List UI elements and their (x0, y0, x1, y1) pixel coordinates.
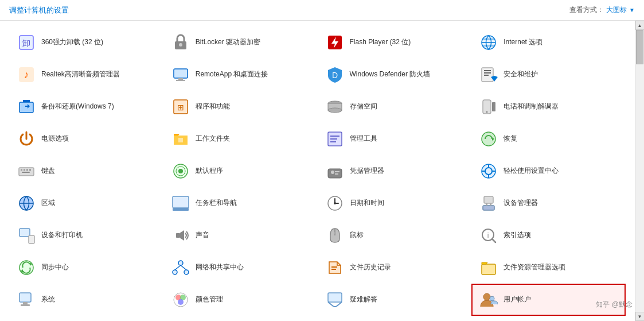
grid-item-item-keyboard[interactable]: 键盘 (9, 155, 163, 187)
view-mode-value[interactable]: 大图标 (606, 5, 627, 15)
grid-item-item-defender[interactable]: DWindows Defender 防火墙 (318, 59, 472, 91)
programs-icon: ⊞ (170, 96, 191, 117)
grid-item-item-storage[interactable]: 存储空间 (318, 91, 472, 123)
grid-item-item-credential[interactable]: 凭据管理器 (318, 155, 472, 187)
svg-rect-60 (484, 196, 493, 203)
color-icon (170, 289, 191, 310)
item-label-item-flash: Flash Player (32 位) (350, 38, 411, 47)
sound-icon (170, 225, 191, 246)
grid-item-item-backup[interactable]: 备份和还原(Windows 7) (9, 91, 163, 123)
security-icon (478, 64, 499, 85)
scroll-down-arrow[interactable]: ▼ (635, 312, 645, 321)
grid-item-item-taskbar[interactable]: 任务栏和导航 (163, 187, 318, 219)
item-label-item-system: 系统 (41, 295, 55, 304)
scrollbar-track[interactable] (635, 30, 644, 312)
item-label-item-backup: 备份和还原(Windows 7) (41, 102, 114, 111)
scrollbar-thumb[interactable] (636, 30, 643, 64)
restore-icon (478, 129, 499, 149)
item-label-item-sound: 声音 (196, 231, 209, 240)
item-label-item-defender: Windows Defender 防火墙 (350, 70, 431, 79)
grid-item-item-fileexplorer[interactable]: 文件资源管理器选项 (471, 252, 626, 284)
grid-item-item-sync[interactable]: 同步中心 (9, 252, 163, 284)
grid-item-item-troubleshoot[interactable]: 疑难解答 (318, 284, 472, 316)
grid-item-item-remoteapp[interactable]: RemoteApp 和桌面连接 (163, 59, 318, 91)
defender-icon: D (325, 64, 345, 85)
item-label-item-troubleshoot: 疑难解答 (350, 295, 377, 304)
grid-item-item-font[interactable]: Aa字体 (318, 316, 472, 321)
svg-point-41 (178, 169, 183, 173)
power-icon (16, 129, 37, 149)
grid-item-item-phone[interactable]: 电话和调制解调器 (471, 91, 626, 123)
internet-icon (478, 32, 499, 53)
grid-item-item-ease[interactable]: 轻松使用设置中心 (471, 155, 626, 187)
item-label-item-phone: 电话和调制解调器 (504, 102, 559, 111)
system-icon (16, 289, 37, 310)
storage-icon (325, 96, 345, 117)
control-panel-grid: 卸360强力卸载 (32 位)BitLocker 驱动器加密Flash Play… (0, 21, 635, 321)
svg-rect-38 (29, 169, 31, 171)
svg-line-92 (328, 302, 334, 307)
grid-item-item-security[interactable]: 安全和维护 (471, 59, 626, 91)
svg-rect-81 (331, 266, 337, 268)
grid-item-item-programs[interactable]: ⊞程序和功能 (163, 91, 318, 123)
svg-point-3 (179, 43, 182, 47)
watermark: 知乎 @默念 (596, 300, 633, 310)
svg-rect-30 (330, 138, 337, 140)
grid-item-item-system[interactable]: 系统 (9, 284, 163, 316)
grid-item-item-filehistory[interactable]: 文件历史记录 (318, 252, 472, 284)
svg-rect-65 (29, 235, 34, 243)
chevron-down-icon[interactable]: ▼ (629, 7, 635, 13)
grid-item-item-network[interactable]: 网络和共享中心 (163, 252, 318, 284)
svg-rect-37 (26, 169, 28, 171)
grid-item-item-autoplay[interactable]: 自动播放 (163, 316, 318, 321)
grid-item-item-mouse[interactable]: 鼠标 (318, 219, 472, 252)
svg-rect-11 (176, 80, 185, 81)
svg-point-23 (328, 108, 342, 113)
svg-rect-61 (483, 206, 494, 210)
grid-item-item-realtek[interactable]: ♪Realtek高清晰音频管理器 (9, 59, 163, 91)
troubleshoot-icon (325, 289, 345, 310)
svg-line-93 (336, 302, 342, 307)
grid-item-item-restore[interactable]: 恢复 (471, 123, 626, 155)
grid-item-item-power[interactable]: 电源选项 (9, 123, 163, 155)
mouse-icon (325, 225, 345, 246)
phone-icon (478, 96, 499, 117)
svg-line-80 (181, 265, 186, 270)
grid-item-item-region[interactable]: 区域 (9, 187, 163, 219)
svg-rect-62 (486, 203, 487, 206)
grid-item-item-workfolder[interactable]: 工作文件夹 (163, 123, 318, 155)
svg-point-73 (19, 261, 33, 274)
svg-line-71 (492, 239, 495, 242)
item-label-item-devmgr: 设备管理器 (504, 199, 538, 208)
svg-point-90 (178, 299, 184, 305)
grid-item-item-flash[interactable]: Flash Player (32 位) (318, 26, 472, 59)
svg-point-59 (334, 202, 336, 204)
page-title[interactable]: 调整计算机的设置 (9, 5, 69, 16)
item-label-item-security: 安全和维护 (504, 70, 538, 79)
scroll-up-arrow[interactable]: ▲ (635, 21, 645, 30)
grid-item-item-mgmt[interactable]: 管理工具 (318, 123, 472, 155)
svg-point-25 (486, 111, 488, 113)
grid-item-item-datetime[interactable]: 日期和时间 (318, 187, 472, 219)
item-label-item-workfolder: 工作文件夹 (196, 134, 230, 144)
svg-rect-64 (19, 229, 30, 237)
svg-rect-82 (331, 269, 336, 270)
grid-item-item-360[interactable]: 卸360强力卸载 (32 位) (9, 26, 163, 59)
grid-item-item-bitlocker[interactable]: BitLocker 驱动器加密 (163, 26, 318, 59)
item-label-item-default: 默认程序 (196, 167, 223, 176)
item-label-item-remoteapp: RemoteApp 和桌面连接 (196, 70, 268, 79)
grid-item-item-sound[interactable]: 声音 (163, 219, 318, 252)
svg-rect-39 (22, 172, 30, 173)
taskbar-icon (170, 193, 191, 214)
grid-item-item-internet[interactable]: Internet 选项 (471, 26, 626, 59)
grid-item-item-color[interactable]: 颜色管理 (163, 284, 318, 316)
grid-item-item-default[interactable]: 默认程序 (163, 155, 318, 187)
grid-item-item-index[interactable]: i索引选项 (471, 219, 626, 252)
svg-text:卸: 卸 (22, 38, 30, 48)
svg-rect-14 (484, 70, 491, 71)
item-label-item-useraccount: 用户帐户 (504, 295, 531, 304)
grid-item-item-devmgr[interactable]: 设备管理器 (471, 187, 626, 219)
grid-item-item-devices[interactable]: 设备和打印机 (9, 219, 163, 252)
grid-item-item-voice[interactable]: 语音识别 (9, 316, 163, 321)
scrollbar[interactable]: ▲ ▼ (635, 21, 644, 321)
